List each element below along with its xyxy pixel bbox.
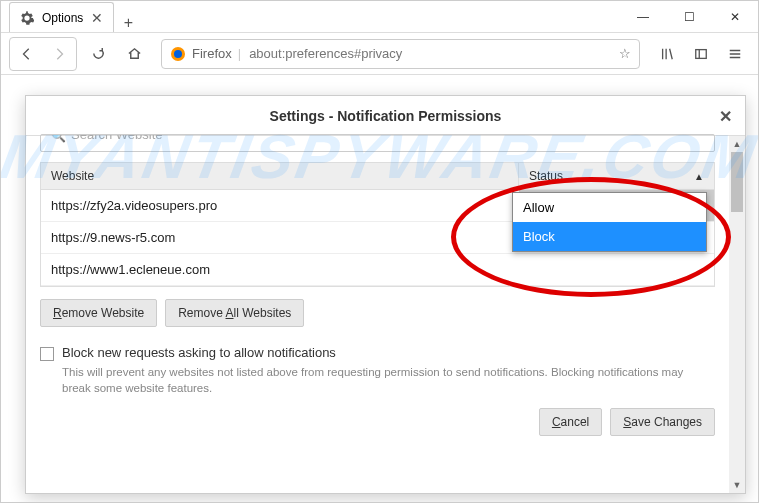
browser-tab[interactable]: Options ✕: [9, 2, 114, 32]
column-header-website[interactable]: Website: [41, 163, 519, 189]
firefox-icon: [170, 46, 186, 62]
toolbar-right: [652, 40, 750, 68]
tab-strip: Options ✕ +: [1, 1, 620, 32]
save-changes-button[interactable]: Save Changes: [610, 408, 715, 436]
notification-permissions-dialog: Settings - Notification Permissions ✕ 🔍 …: [25, 95, 746, 494]
remove-buttons-row: Remove Website Remove All Websites: [40, 299, 715, 327]
search-icon: 🔍: [51, 134, 66, 143]
identity-label: Firefox: [192, 46, 232, 61]
browser-toolbar: Firefox | about:preferences#privacy ☆: [1, 33, 758, 75]
dialog-footer-buttons: Cancel Save Changes: [40, 408, 715, 436]
scroll-down-icon[interactable]: ▼: [729, 477, 745, 493]
bookmark-star-icon[interactable]: ☆: [619, 46, 631, 61]
window-controls: — ☐ ✕: [620, 1, 758, 32]
library-icon[interactable]: [652, 40, 682, 68]
dropdown-option-allow[interactable]: Allow: [513, 193, 706, 222]
tab-close-icon[interactable]: ✕: [91, 10, 103, 26]
window-titlebar: Options ✕ + — ☐ ✕: [1, 1, 758, 33]
remove-all-websites-button[interactable]: Remove All Websites: [165, 299, 304, 327]
column-header-status[interactable]: Status ▲: [519, 163, 714, 189]
table-row[interactable]: https://www1.ecleneue.com: [41, 254, 714, 286]
gear-icon: [20, 11, 34, 25]
back-button[interactable]: [12, 40, 42, 68]
nav-buttons: [9, 37, 77, 71]
dropdown-option-block[interactable]: Block: [513, 222, 706, 251]
remove-website-button[interactable]: Remove Website: [40, 299, 157, 327]
website-cell: https://9.news-r5.com: [41, 222, 519, 253]
svg-rect-2: [696, 49, 707, 58]
status-dropdown[interactable]: [519, 254, 714, 285]
dialog-close-button[interactable]: ✕: [715, 106, 735, 126]
website-cell: https://www1.ecleneue.com: [41, 254, 519, 285]
status-dropdown-menu: Allow Block ↖: [512, 192, 707, 252]
url-text: about:preferences#privacy: [249, 46, 611, 61]
checkbox-description: This will prevent any websites not liste…: [62, 364, 715, 396]
minimize-button[interactable]: —: [620, 1, 666, 32]
home-button[interactable]: [119, 40, 149, 68]
cancel-button[interactable]: Cancel: [539, 408, 602, 436]
search-website-input[interactable]: 🔍 Search Website: [40, 134, 715, 152]
website-cell: https://zfy2a.videosupers.pro: [41, 190, 519, 221]
dialog-body: 🔍 Search Website Website Status ▲ https:…: [26, 136, 745, 493]
checkbox-label: Block new requests asking to allow notif…: [62, 345, 715, 360]
maximize-button[interactable]: ☐: [666, 1, 712, 32]
forward-button[interactable]: [44, 40, 74, 68]
dialog-header: Settings - Notification Permissions ✕: [26, 96, 745, 136]
scroll-up-icon[interactable]: ▲: [729, 136, 745, 152]
sort-caret-icon: ▲: [694, 171, 704, 182]
scrollbar[interactable]: ▲ ▼: [729, 136, 745, 493]
dialog-title: Settings - Notification Permissions: [270, 108, 502, 124]
block-new-requests-checkbox[interactable]: [40, 347, 54, 361]
new-tab-button[interactable]: +: [114, 14, 142, 32]
block-new-requests-row: Block new requests asking to allow notif…: [40, 345, 715, 396]
table-header-row: Website Status ▲: [41, 163, 714, 190]
reload-button[interactable]: [83, 40, 113, 68]
window-close-button[interactable]: ✕: [712, 1, 758, 32]
menu-icon[interactable]: [720, 40, 750, 68]
address-bar[interactable]: Firefox | about:preferences#privacy ☆: [161, 39, 640, 69]
search-placeholder: Search Website: [71, 134, 163, 142]
svg-point-1: [174, 50, 182, 58]
sidebar-icon[interactable]: [686, 40, 716, 68]
permissions-table: Website Status ▲ https://zfy2a.videosupe…: [40, 162, 715, 287]
scroll-thumb[interactable]: [731, 152, 743, 212]
tab-title: Options: [42, 11, 83, 25]
content-area: Settings - Notification Permissions ✕ 🔍 …: [1, 75, 758, 503]
site-identity[interactable]: Firefox |: [170, 46, 241, 62]
